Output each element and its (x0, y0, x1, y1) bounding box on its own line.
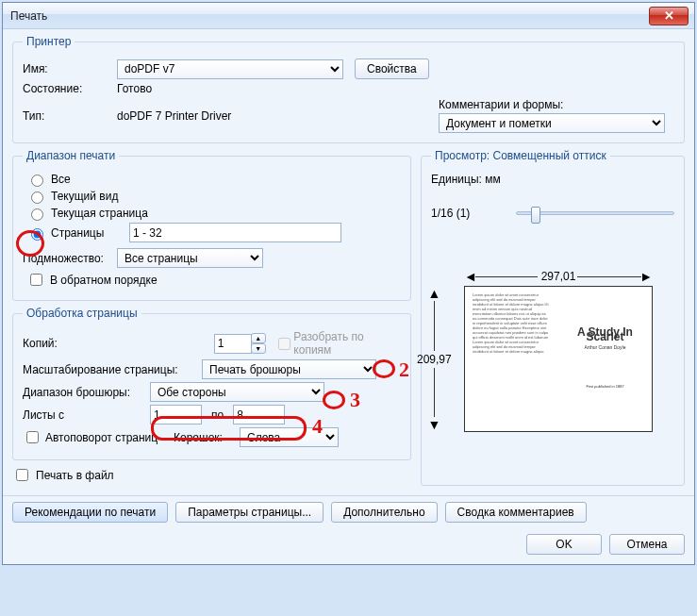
properties-button[interactable]: Свойства (355, 58, 429, 79)
radio-all-label: Все (51, 173, 71, 186)
print-to-file-checkbox[interactable] (16, 469, 28, 481)
radio-current-view[interactable] (31, 191, 43, 204)
sheets-to-input[interactable] (233, 405, 285, 425)
advanced-button[interactable]: Дополнительно (331, 502, 437, 523)
collate-checkbox (278, 338, 290, 350)
binding-label: Корешок: (174, 431, 240, 444)
print-range-group: Диапазон печати Все Текущий вид Текущая … (12, 149, 411, 301)
binding-select[interactable]: Слева (240, 427, 339, 447)
copies-spin-up[interactable]: ▲ (251, 333, 266, 343)
handling-legend: Обработка страницы (23, 307, 141, 320)
comments-summary-button[interactable]: Сводка комментариев (445, 502, 587, 523)
sheets-label: Листы с (23, 408, 150, 422)
window-title: Печать (3, 9, 47, 23)
collate-label: Разобрать по копиям (293, 330, 401, 357)
autorotate-label: Автоповорот страниц (41, 431, 174, 444)
units-value: мм (485, 173, 501, 186)
ok-button[interactable]: OK (526, 534, 602, 555)
close-button[interactable]: ✕ (649, 7, 689, 25)
units-label: Единицы: (431, 173, 482, 186)
dim-width: ◄ 297,01 ► (464, 269, 653, 284)
status-value: Готово (117, 82, 152, 95)
range-legend: Диапазон печати (23, 149, 119, 162)
radio-current-page[interactable] (31, 208, 43, 221)
name-label: Имя: (23, 62, 117, 75)
slider-thumb[interactable] (531, 207, 540, 224)
cancel-button[interactable]: Отмена (609, 534, 685, 555)
radio-pages-label: Страницы (51, 226, 124, 240)
page-handling-group: Обработка страницы Копий: ▲ ▼ Разобрать … (12, 307, 411, 460)
title-bar: Печать ✕ (3, 3, 694, 29)
radio-current-page-label: Текущая страница (51, 207, 148, 220)
preview-group: Просмотр: Совмещенный оттиск Единицы: мм… (421, 149, 685, 486)
preview-left-page: Lorem ipsum dolor sit amet consectetur a… (465, 287, 558, 431)
booklet-range-label: Диапазон брошюры: (23, 386, 150, 399)
copies-spin-down[interactable]: ▼ (251, 343, 266, 354)
preview-thumbnail: Lorem ipsum dolor sit amet consectetur a… (464, 286, 653, 432)
radio-pages[interactable] (31, 228, 43, 241)
radio-current-view-label: Текущий вид (51, 190, 118, 203)
zoom-value: 1/16 (1) (431, 207, 516, 220)
scaling-label: Масштабирование страницы: (23, 363, 202, 376)
printer-name-select[interactable]: doPDF v7 (117, 59, 343, 79)
printer-legend: Принтер (23, 35, 75, 48)
comments-forms-select[interactable]: Документ и пометки (439, 113, 665, 133)
comments-forms-label: Комментарии и формы: (439, 98, 674, 111)
autorotate-checkbox[interactable] (26, 431, 39, 443)
radio-all[interactable] (31, 175, 43, 187)
preview-legend: Просмотр: Совмещенный оттиск (431, 149, 610, 162)
reverse-label: В обратном порядке (50, 274, 158, 287)
print-to-file-label: Печать в файл (36, 469, 114, 482)
sheets-from-input[interactable] (150, 405, 202, 425)
subset-select[interactable]: Все страницы (117, 248, 263, 268)
scaling-select[interactable]: Печать брошюры (202, 359, 376, 379)
subset-label: Подмножество: (23, 252, 117, 265)
printer-group: Принтер Имя: doPDF v7 Свойства Состояние… (12, 35, 685, 143)
type-value: doPDF 7 Printer Driver (117, 109, 231, 123)
copies-input[interactable] (214, 334, 252, 354)
dim-height: ▲ 209,97 ▼ (417, 286, 452, 432)
zoom-slider[interactable] (516, 211, 674, 215)
status-label: Состояние: (23, 82, 117, 95)
booklet-range-select[interactable]: Обе стороны (150, 382, 324, 402)
sheets-to-label: по (202, 408, 233, 422)
print-tips-button[interactable]: Рекомендации по печати (12, 502, 168, 523)
reverse-checkbox[interactable] (30, 274, 42, 286)
page-setup-button[interactable]: Параметры страницы... (175, 502, 324, 523)
type-label: Тип: (23, 109, 117, 123)
copies-label: Копий: (23, 337, 214, 350)
pages-input[interactable] (129, 223, 341, 242)
preview-right-page: A Study In Scarlet Arthur Conan Doyle Fi… (558, 287, 652, 431)
